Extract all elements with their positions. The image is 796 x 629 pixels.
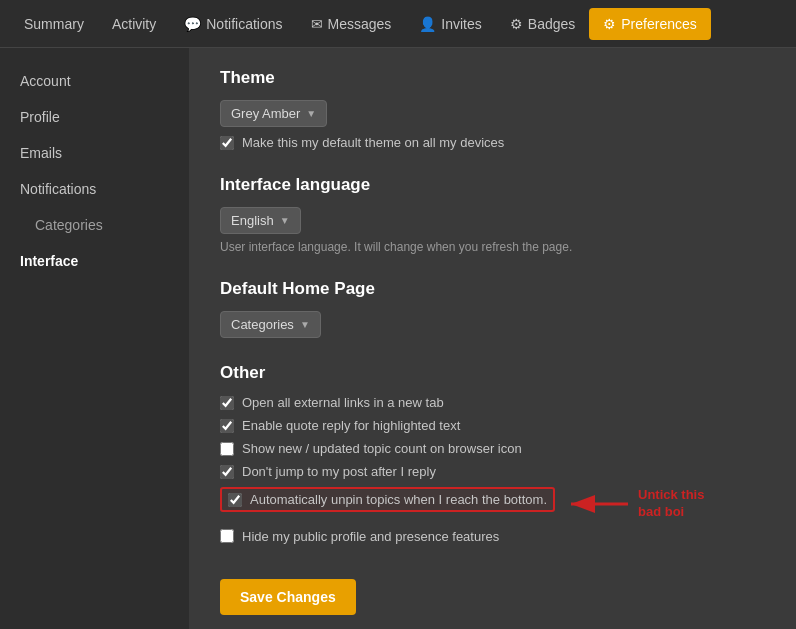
user-icon: 👤 [419,16,436,32]
arrow-icon [563,489,633,519]
sidebar-item-notifications[interactable]: Notifications [0,171,189,207]
option-external-links: Open all external links in a new tab [220,395,766,410]
sidebar-item-account[interactable]: Account [0,63,189,99]
option-unpin-row: Automatically unpin topics when I reach … [220,487,555,512]
option-unpin-checkbox[interactable] [228,493,242,507]
chat-icon: 💬 [184,16,201,32]
theme-default-label: Make this my default theme on all my dev… [242,135,504,150]
option-no-jump: Don't jump to my post after I reply [220,464,766,479]
language-dropdown-arrow: ▼ [280,215,290,226]
envelope-icon: ✉ [311,16,323,32]
option-quote-reply: Enable quote reply for highlighted text [220,418,766,433]
nav-messages[interactable]: ✉ Messages [297,2,406,46]
option-no-jump-label: Don't jump to my post after I reply [242,464,436,479]
default-home-page-section: Default Home Page Categories ▼ [220,279,766,338]
language-hint: User interface language. It will change … [220,240,766,254]
sidebar-item-categories[interactable]: Categories [0,207,189,243]
option-hide-profile: Hide my public profile and presence feat… [220,529,766,544]
nav-badges[interactable]: ⚙ Badges [496,2,589,46]
option-external-links-checkbox[interactable] [220,396,234,410]
theme-title: Theme [220,68,766,88]
home-page-dropdown[interactable]: Categories ▼ [220,311,321,338]
content-area: Theme Grey Amber ▼ Make this my default … [190,48,796,629]
theme-default-checkbox[interactable] [220,136,234,150]
sidebar: Account Profile Emails Notifications Cat… [0,48,190,629]
option-hide-profile-checkbox[interactable] [220,529,234,543]
option-topic-count-label: Show new / updated topic count on browse… [242,441,522,456]
option-unpin-label: Automatically unpin topics when I reach … [250,492,547,507]
home-page-title: Default Home Page [220,279,766,299]
language-selected-value: English [231,213,274,228]
nav-activity[interactable]: Activity [98,2,170,46]
theme-selected-value: Grey Amber [231,106,300,121]
save-changes-button[interactable]: Save Changes [220,579,356,615]
option-topic-count: Show new / updated topic count on browse… [220,441,766,456]
option-external-links-label: Open all external links in a new tab [242,395,444,410]
interface-language-section: Interface language English ▼ User interf… [220,175,766,254]
language-dropdown[interactable]: English ▼ [220,207,301,234]
theme-dropdown-arrow: ▼ [306,108,316,119]
sidebar-item-interface[interactable]: Interface [0,243,189,279]
nav-summary[interactable]: Summary [10,2,98,46]
other-section: Other Open all external links in a new t… [220,363,766,544]
nav-invites[interactable]: 👤 Invites [405,2,495,46]
arrow-annotation: Untick thisbad boi [563,487,704,521]
option-quote-reply-label: Enable quote reply for highlighted text [242,418,460,433]
top-nav: Summary Activity 💬 Notifications ✉ Messa… [0,0,796,48]
option-no-jump-checkbox[interactable] [220,465,234,479]
sidebar-item-emails[interactable]: Emails [0,135,189,171]
interface-language-title: Interface language [220,175,766,195]
option-hide-profile-label: Hide my public profile and presence feat… [242,529,499,544]
theme-dropdown[interactable]: Grey Amber ▼ [220,100,327,127]
theme-section: Theme Grey Amber ▼ Make this my default … [220,68,766,150]
nav-preferences[interactable]: ⚙ Preferences [589,8,710,40]
preferences-gear-icon: ⚙ [603,16,616,32]
sidebar-item-profile[interactable]: Profile [0,99,189,135]
other-title: Other [220,363,766,383]
main-layout: Account Profile Emails Notifications Cat… [0,48,796,629]
badge-gear-icon: ⚙ [510,16,523,32]
home-page-selected-value: Categories [231,317,294,332]
option-unpin-container: Automatically unpin topics when I reach … [220,487,766,521]
nav-notifications[interactable]: 💬 Notifications [170,2,296,46]
annotation-text: Untick thisbad boi [638,487,704,521]
option-topic-count-checkbox[interactable] [220,442,234,456]
home-page-dropdown-arrow: ▼ [300,319,310,330]
option-quote-reply-checkbox[interactable] [220,419,234,433]
